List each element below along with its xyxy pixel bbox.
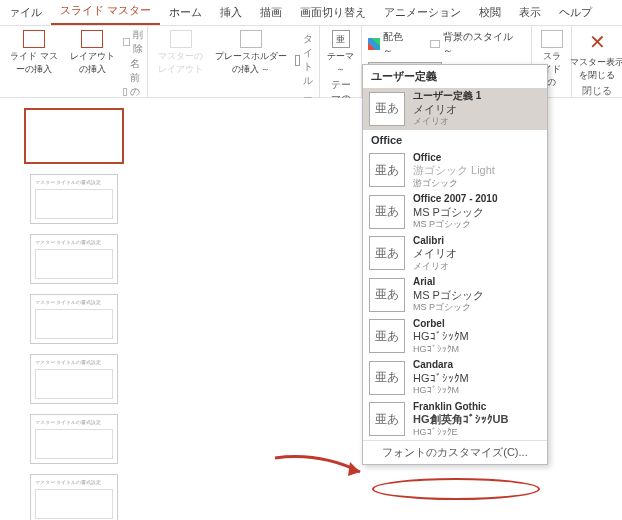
colors-dropdown[interactable]: 配色 ～ [368,30,416,58]
font-scheme-office-2007[interactable]: 亜あ Office 2007 - 2010 MS Pゴシック MS Pゴシック [363,191,547,233]
close-master-view-button[interactable]: ✕ マスター表示 を閉じる [566,28,622,84]
tab-view[interactable]: 表示 [510,0,550,25]
thumb-layout-3[interactable]: マスター タイトルの書式設定 [30,294,118,344]
tab-transition[interactable]: 画面切り替え [291,0,375,25]
background-styles-dropdown[interactable]: 背景のスタイル ～ [430,30,525,58]
tab-help[interactable]: ヘルプ [550,0,601,25]
tab-animation[interactable]: アニメーション [375,0,470,25]
thumb-layout-6[interactable]: マスター タイトルの書式設定 [30,474,118,520]
font-scheme-arial[interactable]: 亜あ Arial MS Pゴシック MS Pゴシック [363,274,547,316]
tab-file[interactable]: ァイル [0,0,51,25]
font-scheme-franklin[interactable]: 亜あ Franklin Gothic HG創英角ｺﾞｼｯｸUB HGｺﾞｼｯｸE [363,399,547,441]
insert-slide-master-button[interactable]: ライド マス ーの挿入 [6,28,62,78]
thumb-layout-5[interactable]: マスター タイトルの書式設定 [30,414,118,464]
ribbon-tabs: ァイル スライド マスター ホーム 挿入 描画 画面切り替え アニメーション 校… [0,0,622,26]
group-label-close: 閉じる [578,84,616,99]
delete-button: 削除 [123,28,146,56]
themes-button[interactable]: 亜 テーマ ～ [323,28,358,78]
insert-layout-button[interactable]: レイアウト の挿入 [66,28,119,78]
font-scheme-user-1[interactable]: 亜あ ユーザー定義 1 メイリオ メイリオ [363,88,547,130]
tab-home[interactable]: ホーム [160,0,211,25]
font-scheme-corbel[interactable]: 亜あ Corbel HGｺﾞｼｯｸM HGｺﾞｼｯｸM [363,316,547,358]
thumb-layout-4[interactable]: マスター タイトルの書式設定 [30,354,118,404]
master-layout-button: マスターの レイアウト [154,28,207,78]
tab-review[interactable]: 校閲 [470,0,510,25]
dropdown-section-user: ユーザー定義 [363,65,547,88]
thumb-master[interactable] [24,108,124,164]
tab-insert[interactable]: 挿入 [211,0,251,25]
sample-icon: 亜あ [369,92,405,126]
tab-slide-master[interactable]: スライド マスター [51,0,160,25]
insert-placeholder-button[interactable]: プレースホルダー の挿入 ～ [211,28,291,78]
font-scheme-calibri[interactable]: 亜あ Calibri メイリオ メイリオ [363,233,547,275]
dropdown-section-office: Office [363,130,547,150]
fonts-dropdown-menu: ユーザー定義 亜あ ユーザー定義 1 メイリオ メイリオ Office 亜あ O… [362,64,548,465]
close-icon: ✕ [589,30,606,54]
font-scheme-candara[interactable]: 亜あ Candara HGｺﾞｼｯｸM HGｺﾞｼｯｸM [363,357,547,399]
thumb-layout-2[interactable]: マスター タイトルの書式設定 [30,234,118,284]
tab-draw[interactable]: 描画 [251,0,291,25]
font-scheme-office[interactable]: 亜あ Office 游ゴシック Light 游ゴシック [363,150,547,192]
thumbnail-pane[interactable]: マスター タイトルの書式設定 マスター タイトルの書式設定 マスター タイトルの… [0,98,148,520]
thumb-layout-1[interactable]: マスター タイトルの書式設定 [30,174,118,224]
annotation-oval [372,478,540,500]
customize-fonts-button[interactable]: フォントのカスタマイズ(C)... [363,440,547,464]
title-checkbox[interactable]: タイトル [295,32,319,88]
